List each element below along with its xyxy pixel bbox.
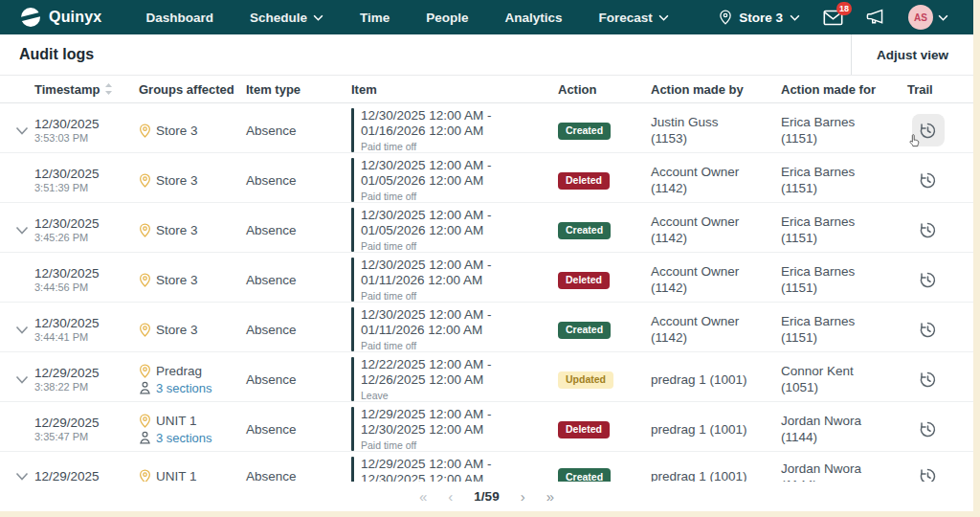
item-range-line2: 01/16/2026 12:00 AM bbox=[361, 124, 492, 139]
nav-item-label: Analytics bbox=[505, 11, 563, 25]
nav-item-dashboard[interactable]: Dashboard bbox=[145, 11, 213, 25]
trail-history-button[interactable] bbox=[912, 461, 945, 483]
item-accent-bar bbox=[351, 457, 354, 482]
sections: 3 sections bbox=[139, 431, 241, 445]
nav-item-label: Schedule bbox=[250, 11, 307, 25]
table-row: 12/30/20253:44:41 PMStore 3Absence12/30/… bbox=[0, 303, 973, 352]
timestamp: 12/29/20253:35:47 PM bbox=[34, 416, 100, 442]
trail-history-button[interactable] bbox=[912, 263, 945, 296]
app-window: Quinyx DashboardScheduleTimePeopleAnalyt… bbox=[0, 0, 980, 517]
sections-link[interactable]: 3 sections bbox=[156, 431, 212, 445]
adjust-view-button[interactable]: Adjust view bbox=[851, 34, 973, 75]
trail-history-button[interactable] bbox=[912, 313, 945, 346]
action-made-for-cell: Jordan Nwora (1144) bbox=[775, 461, 900, 483]
window-edge-bottom bbox=[0, 511, 980, 517]
action-cell: Deleted bbox=[553, 419, 639, 438]
groups-affected-cell: Store 3 bbox=[134, 273, 241, 287]
expand-row-button[interactable] bbox=[15, 326, 34, 334]
group-pin-icon bbox=[139, 223, 151, 237]
window-edge-right bbox=[973, 0, 980, 517]
item-cell: 12/30/2025 12:00 AM -01/05/2026 12:00 AM… bbox=[345, 153, 553, 207]
timestamp-cell: 12/29/2025 bbox=[15, 469, 134, 483]
avatar: AS bbox=[908, 5, 933, 30]
group-name: Store 3 bbox=[156, 323, 198, 337]
table-row: 12/29/20253:35:47 PMUNIT 13 sectionsAbse… bbox=[0, 402, 973, 452]
action-made-for-cell: Erica Barnes (1151) bbox=[775, 114, 900, 146]
action-made-by-cell: Account Owner (1142) bbox=[639, 214, 775, 246]
history-icon bbox=[918, 370, 938, 390]
group-name: Store 3 bbox=[156, 124, 198, 138]
action-cell: Created bbox=[553, 320, 639, 338]
trail-history-button[interactable] bbox=[912, 363, 945, 395]
item-range-line1: 12/30/2025 12:00 AM - bbox=[361, 208, 492, 223]
timestamp-time: 3:38:22 PM bbox=[34, 381, 100, 393]
trail-cell bbox=[900, 461, 973, 483]
timestamp: 12/30/20253:44:41 PM bbox=[34, 316, 100, 343]
trail-history-button[interactable] bbox=[912, 214, 945, 246]
expand-row-button[interactable] bbox=[15, 472, 34, 481]
messages-button[interactable]: 18 bbox=[823, 10, 843, 26]
item-range-line1: 12/30/2025 12:00 AM - bbox=[361, 158, 492, 173]
item-accent-bar bbox=[351, 108, 354, 152]
trail-history-button[interactable] bbox=[912, 413, 945, 445]
chevron-down-icon bbox=[15, 326, 29, 334]
item-range-line2: 01/11/2026 12:00 AM bbox=[361, 323, 492, 338]
group: Store 3 bbox=[139, 223, 241, 237]
nav-item-people[interactable]: People bbox=[426, 11, 468, 25]
timestamp-cell: 12/30/20253:45:26 PM bbox=[15, 216, 134, 243]
timestamp: 12/29/2025 bbox=[34, 469, 100, 483]
quinyx-logo-icon bbox=[19, 6, 42, 29]
action-badge: Created bbox=[558, 468, 611, 482]
timestamp: 12/30/20253:44:56 PM bbox=[34, 266, 100, 293]
trail-history-button[interactable] bbox=[912, 114, 945, 146]
next-page-button[interactable]: › bbox=[521, 489, 525, 504]
timestamp-cell: 12/30/20253:51:39 PM bbox=[15, 167, 134, 193]
expand-row-button[interactable] bbox=[15, 226, 34, 235]
announcements-button[interactable] bbox=[866, 9, 885, 26]
page-title: Audit logs bbox=[0, 46, 94, 63]
table-row: 12/30/20253:44:56 PMStore 3Absence12/30/… bbox=[0, 253, 973, 303]
unread-count-badge: 18 bbox=[836, 2, 852, 15]
history-icon bbox=[918, 220, 938, 240]
group-name: Store 3 bbox=[156, 223, 198, 237]
last-page-button[interactable]: » bbox=[546, 489, 554, 504]
timestamp-date: 12/30/2025 bbox=[34, 266, 100, 281]
first-page-button[interactable]: « bbox=[419, 489, 427, 504]
item-subtype: Paid time off bbox=[361, 439, 492, 451]
expand-row-button[interactable] bbox=[15, 375, 34, 384]
nav-item-time[interactable]: Time bbox=[360, 11, 390, 25]
timestamp-date: 12/30/2025 bbox=[34, 117, 100, 131]
user-menu[interactable]: AS bbox=[908, 5, 948, 30]
store-selector[interactable]: Store 3 bbox=[719, 10, 800, 25]
expand-row-button[interactable] bbox=[15, 126, 34, 135]
action-cell: Created bbox=[553, 121, 639, 139]
trail-cell bbox=[900, 413, 973, 445]
nav-item-forecast[interactable]: Forecast bbox=[599, 11, 669, 25]
table-body: 12/30/20253:53:03 PMStore 3Absence12/30/… bbox=[0, 103, 980, 482]
action-badge: Deleted bbox=[558, 421, 610, 438]
location-pin-icon bbox=[719, 10, 732, 25]
timestamp-time: 3:44:56 PM bbox=[34, 281, 100, 293]
item-range-line1: 12/30/2025 12:00 AM - bbox=[361, 108, 492, 124]
item-cell: 12/29/2025 12:00 AM -12/30/2025 12:00 AM… bbox=[345, 402, 553, 456]
action-made-for-cell: Erica Barnes (1151) bbox=[775, 313, 900, 346]
trail-history-button[interactable] bbox=[912, 164, 945, 196]
prev-page-button[interactable]: ‹ bbox=[448, 489, 453, 504]
timestamp-date: 12/29/2025 bbox=[34, 416, 100, 430]
column-header-timestamp[interactable]: Timestamp bbox=[15, 82, 134, 97]
timestamp-cell: 12/30/20253:53:03 PM bbox=[15, 117, 134, 144]
timestamp-date: 12/30/2025 bbox=[34, 167, 100, 181]
item-cell: 12/22/2025 12:00 AM -12/26/2025 12:00 AM… bbox=[345, 352, 553, 406]
nav-item-schedule[interactable]: Schedule bbox=[250, 11, 323, 25]
sections-link[interactable]: 3 sections bbox=[156, 381, 212, 395]
action-badge: Created bbox=[558, 222, 611, 239]
item-type-cell: Absence bbox=[241, 223, 345, 237]
history-icon bbox=[918, 170, 938, 191]
nav-item-analytics[interactable]: Analytics bbox=[505, 11, 563, 25]
trail-cell bbox=[900, 263, 973, 296]
column-header-label: Item type bbox=[246, 82, 301, 97]
brand[interactable]: Quinyx bbox=[19, 6, 101, 29]
table-row: 12/30/20253:45:26 PMStore 3Absence12/30/… bbox=[0, 203, 973, 253]
timestamp-date: 12/30/2025 bbox=[34, 216, 100, 231]
group-pin-icon bbox=[139, 469, 151, 482]
